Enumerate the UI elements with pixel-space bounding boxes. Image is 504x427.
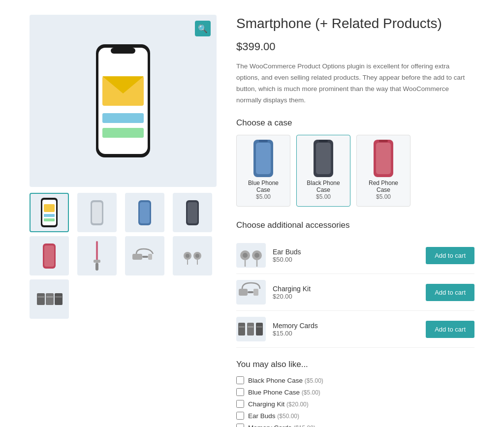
black-case-name: Black Phone Case: [303, 180, 344, 193]
svg-rect-13: [92, 202, 102, 223]
case-options: Blue Phone Case $5.00 Black Phone Case $…: [236, 135, 474, 207]
thumbnail-8[interactable]: [173, 236, 212, 275]
svg-rect-35: [46, 296, 53, 298]
also-like-charging: Charging Kit ($20.00): [236, 400, 474, 408]
thumbnail-2[interactable]: [77, 193, 117, 232]
charging-name: Charging Kit: [273, 285, 419, 293]
svg-rect-34: [46, 293, 54, 305]
svg-rect-57: [239, 326, 245, 328]
also-like-label: You may also like...: [236, 360, 474, 369]
thumbnail-4[interactable]: [173, 193, 212, 232]
accessories-label: Choose additional accessories: [236, 220, 474, 230]
memory-price: $15.00: [273, 330, 419, 337]
thumb3-svg: [137, 199, 152, 226]
memory-add-to-cart[interactable]: Add to cart: [426, 321, 474, 338]
earbuds-label: Ear Buds ($50.00): [248, 412, 299, 420]
svg-rect-43: [319, 140, 328, 142]
svg-rect-32: [37, 293, 45, 305]
case-option-black[interactable]: Black Phone Case $5.00: [296, 135, 350, 207]
product-layout: 🔍: [30, 15, 474, 427]
product-title: Smartphone (+ Related Products): [236, 15, 474, 32]
blue-case-label: Blue Phone Case ($5.00): [248, 389, 320, 396]
checkbox-earbuds[interactable]: [236, 412, 244, 420]
svg-rect-17: [188, 202, 197, 223]
earbuds-add-to-cart[interactable]: Add to cart: [426, 247, 474, 264]
svg-rect-25: [148, 254, 152, 260]
memory-svg: [236, 317, 266, 341]
zoom-button[interactable]: 🔍: [195, 21, 211, 36]
charging-info: Charging Kit $20.00: [273, 285, 419, 300]
svg-rect-37: [55, 296, 62, 298]
thumbnail-9[interactable]: [30, 279, 69, 319]
svg-rect-55: [253, 289, 258, 296]
svg-rect-40: [259, 140, 268, 142]
blue-case-svg: [251, 139, 276, 178]
also-like-black-case: Black Phone Case ($5.00): [236, 376, 474, 384]
svg-rect-22: [95, 263, 98, 271]
also-like-memory: Memory Cards ($15.00): [236, 424, 474, 427]
svg-rect-20: [96, 241, 98, 261]
svg-rect-61: [256, 326, 262, 328]
case-option-red[interactable]: Red Phone Case $5.00: [356, 135, 410, 207]
memory-info: Memory Cards $15.00: [273, 322, 419, 337]
thumbnail-5[interactable]: [30, 236, 69, 275]
memory-label: Memory Cards ($15.00): [248, 424, 315, 427]
product-price: $399.00: [236, 40, 474, 53]
svg-rect-24: [142, 256, 148, 258]
thumb7-svg: [131, 245, 158, 267]
svg-rect-8: [42, 200, 56, 225]
earbuds-thumbnail: [236, 243, 266, 268]
svg-rect-2: [111, 48, 135, 54]
thumbnails-grid: [30, 193, 217, 319]
earbuds-svg: [236, 243, 266, 268]
also-like-blue-case: Blue Phone Case ($5.00): [236, 388, 474, 396]
checkbox-blue-case[interactable]: [236, 388, 244, 396]
svg-rect-39: [256, 143, 271, 174]
black-case-price: $5.00: [303, 193, 344, 200]
checkbox-black-case[interactable]: [236, 376, 244, 384]
case-img-black: [303, 141, 344, 176]
svg-rect-11: [44, 218, 55, 221]
memory-thumbnail: [236, 317, 266, 341]
charging-price: $20.00: [273, 293, 419, 300]
zoom-icon: 🔍: [198, 24, 208, 33]
accessories-section: Choose additional accessories: [236, 220, 474, 348]
svg-rect-6: [102, 128, 144, 138]
red-case-price: $5.00: [363, 193, 404, 200]
thumbnail-7[interactable]: [125, 236, 164, 275]
case-option-blue[interactable]: Blue Phone Case $5.00: [236, 135, 290, 207]
svg-rect-53: [239, 289, 248, 296]
svg-point-27: [186, 254, 189, 258]
thumb2-svg: [90, 199, 104, 226]
svg-rect-58: [247, 323, 254, 336]
charging-add-to-cart[interactable]: Add to cart: [426, 284, 474, 301]
earbuds-name: Ear Buds: [273, 248, 419, 256]
thumb9-svg: [36, 289, 63, 309]
checkbox-charging[interactable]: [236, 400, 244, 408]
thumbnail-3[interactable]: [125, 193, 164, 232]
svg-rect-23: [132, 254, 142, 260]
thumbnail-6[interactable]: [77, 236, 117, 275]
memory-name: Memory Cards: [273, 322, 419, 330]
svg-rect-9: [44, 204, 55, 212]
black-case-svg: [311, 139, 336, 178]
svg-rect-60: [256, 323, 263, 336]
thumb4-svg: [185, 199, 200, 226]
svg-rect-42: [316, 143, 331, 174]
svg-rect-19: [44, 245, 54, 267]
checkbox-memory[interactable]: [236, 424, 244, 427]
cases-label: Choose a case: [236, 118, 474, 128]
charging-label: Charging Kit ($20.00): [248, 400, 309, 408]
svg-rect-54: [248, 291, 253, 293]
thumbnail-1[interactable]: [30, 193, 69, 232]
charging-svg: [236, 280, 266, 305]
product-description: The WooCommerce Product Options plugin i…: [236, 61, 474, 106]
svg-rect-59: [248, 326, 253, 328]
svg-rect-21: [94, 260, 100, 263]
svg-rect-10: [44, 214, 55, 217]
svg-rect-36: [55, 293, 63, 305]
case-img-red: [363, 141, 404, 176]
black-case-label: Black Phone Case ($5.00): [248, 377, 323, 384]
thumb5-svg: [42, 243, 57, 270]
also-like-section: You may also like... Black Phone Case ($…: [236, 360, 474, 427]
